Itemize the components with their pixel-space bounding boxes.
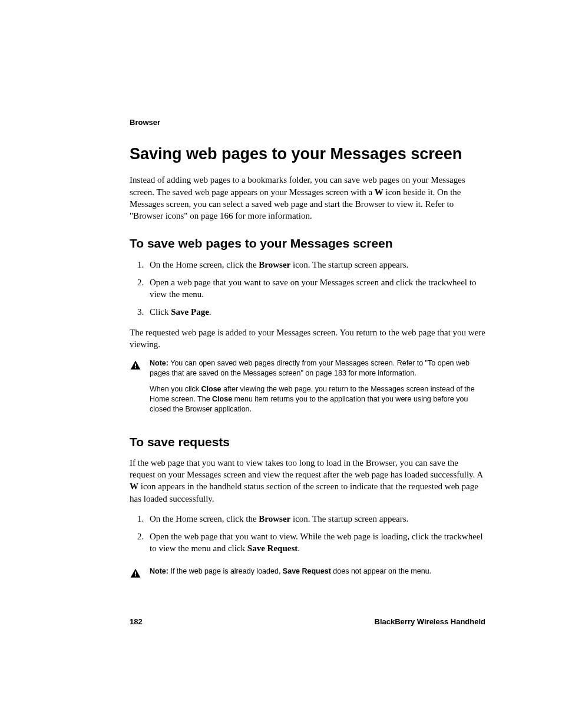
note1-p2a: When you click [150,385,201,393]
note1-text: Note: You can open saved web pages direc… [150,358,485,420]
page-title: Saving web pages to your Messages screen [130,144,485,163]
section2-steps: On the Home screen, click the Browser ic… [130,513,485,555]
footer: 182 BlackBerry Wireless Handheld [130,617,485,626]
product-name: BlackBerry Wireless Handheld [375,617,485,626]
running-head: Browser [130,118,485,127]
section2-para: If the web page that you want to view ta… [130,457,485,505]
note2-pre: If the web page is already loaded, [168,567,283,575]
note1-p2d: Close [212,395,232,403]
s2p-post: icon appears in the handheld status sect… [130,482,478,503]
warning-icon [130,360,141,374]
section1-step1: On the Home screen, click the Browser ic… [146,259,485,271]
note2-bold: Save Request [283,567,331,575]
s1s1-bold: Browser [259,260,290,269]
s1s1-pre: On the Home screen, click the [150,260,259,269]
section2-step2: Open the web page that you want to view.… [146,531,485,555]
section2-step1: On the Home screen, click the Browser ic… [146,513,485,525]
s1s3-bold: Save Page [171,307,209,317]
s1s1-post: icon. The startup screen appears. [290,260,408,269]
s1s3-pre: Click [150,307,171,317]
section1-step3: Click Save Page. [146,306,485,318]
note1: Note: You can open saved web pages direc… [130,358,485,420]
intro-w-icon: W [375,187,384,197]
section1-heading: To save web pages to your Messages scree… [130,236,485,251]
note1-p2b: Close [201,385,222,393]
s2s1-pre: On the Home screen, click the [150,514,259,523]
note2-label: Note: [150,567,168,575]
s2s2-bold: Save Request [247,543,297,553]
note2-post: does not appear on the menu. [331,567,431,575]
section2-heading: To save requests [130,434,485,450]
section1-step2: Open a web page that you want to save on… [146,276,485,301]
s2p-pre: If the web page that you want to view ta… [130,458,482,479]
s1s3-post: . [209,307,211,317]
warning-icon [130,568,141,582]
section1-after: The requested web page is added to your … [130,327,485,351]
intro-paragraph: Instead of adding web pages to a bookmar… [130,174,485,222]
note2: Note: If the web page is already loaded,… [130,566,485,582]
s2s1-post: icon. The startup screen appears. [290,514,408,523]
page-number: 182 [130,617,143,626]
note1-label: Note: [150,359,168,367]
s2s2-pre: Open the web page that you want to view.… [150,532,483,553]
svg-rect-1 [135,367,136,368]
page: Browser Saving web pages to your Message… [0,0,562,697]
svg-rect-3 [135,575,136,576]
s2p-bold: W [130,482,138,491]
note1-p1: You can open saved web pages directly fr… [150,359,470,377]
s2s1-bold: Browser [259,514,290,523]
section1-steps: On the Home screen, click the Browser ic… [130,259,485,318]
note2-text: Note: If the web page is already loaded,… [150,566,485,582]
svg-rect-2 [135,571,136,574]
svg-rect-0 [135,364,136,367]
s2s2-post: . [297,543,300,553]
